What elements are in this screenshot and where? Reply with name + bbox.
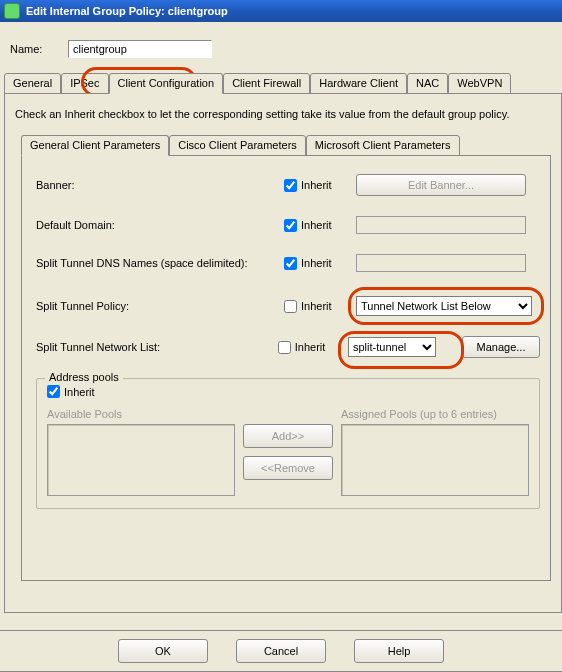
inherit-label: Inherit bbox=[301, 179, 332, 191]
window-title: Edit Internal Group Policy: clientgroup bbox=[26, 5, 228, 17]
split-dns-field bbox=[356, 254, 526, 272]
subtab-microsoft-client-parameters[interactable]: Microsoft Client Parameters bbox=[306, 135, 460, 156]
available-pools-list bbox=[47, 424, 235, 496]
name-label: Name: bbox=[10, 43, 68, 55]
split-tunnel-policy-label: Split Tunnel Policy: bbox=[36, 300, 284, 312]
split-tunnel-policy-inherit-checkbox[interactable] bbox=[284, 300, 297, 313]
address-pools-inherit-checkbox[interactable] bbox=[47, 385, 60, 398]
banner-inherit-checkbox[interactable] bbox=[284, 179, 297, 192]
address-pools-group: Address pools Inherit Available Pools bbox=[36, 378, 540, 509]
inherit-label: Inherit bbox=[301, 300, 332, 312]
add-pool-button: Add>> bbox=[243, 424, 333, 448]
default-domain-label: Default Domain: bbox=[36, 219, 284, 231]
available-pools-label: Available Pools bbox=[47, 408, 235, 420]
default-domain-field bbox=[356, 216, 526, 234]
inherit-label: Inherit bbox=[301, 219, 332, 231]
tab-general[interactable]: General bbox=[4, 73, 61, 94]
subtab-cisco-client-parameters[interactable]: Cisco Client Parameters bbox=[169, 135, 306, 156]
app-icon bbox=[4, 3, 20, 19]
cancel-button[interactable]: Cancel bbox=[236, 639, 326, 663]
ok-button[interactable]: OK bbox=[118, 639, 208, 663]
address-pools-title: Address pools bbox=[45, 371, 123, 383]
split-tunnel-network-list-inherit-checkbox[interactable] bbox=[278, 341, 291, 354]
inherit-label: Inherit bbox=[64, 386, 95, 398]
help-button[interactable]: Help bbox=[354, 639, 444, 663]
default-domain-inherit-checkbox[interactable] bbox=[284, 219, 297, 232]
name-input[interactable] bbox=[68, 40, 212, 58]
title-bar: Edit Internal Group Policy: clientgroup bbox=[0, 0, 562, 22]
inherit-label: Inherit bbox=[301, 257, 332, 269]
assigned-pools-label: Assigned Pools (up to 6 entries) bbox=[341, 408, 529, 420]
remove-pool-button: <<Remove bbox=[243, 456, 333, 480]
instruction-text: Check an Inherit checkbox to let the cor… bbox=[15, 108, 551, 120]
dialog-button-bar: OK Cancel Help bbox=[0, 630, 562, 672]
split-dns-label: Split Tunnel DNS Names (space delimited)… bbox=[36, 257, 284, 269]
split-dns-inherit-checkbox[interactable] bbox=[284, 257, 297, 270]
edit-banner-button: Edit Banner... bbox=[356, 174, 526, 196]
tab-client-configuration[interactable]: Client Configuration bbox=[109, 73, 224, 94]
tab-client-firewall[interactable]: Client Firewall bbox=[223, 73, 310, 94]
assigned-pools-list bbox=[341, 424, 529, 496]
tab-hardware-client[interactable]: Hardware Client bbox=[310, 73, 407, 94]
manage-button[interactable]: Manage... bbox=[462, 336, 540, 358]
banner-label: Banner: bbox=[36, 179, 284, 191]
split-tunnel-network-list-select[interactable]: split-tunnel bbox=[348, 337, 436, 357]
inherit-label: Inherit bbox=[295, 341, 326, 353]
tab-ipsec[interactable]: IPSec bbox=[61, 73, 108, 94]
tab-nac[interactable]: NAC bbox=[407, 73, 448, 94]
split-tunnel-policy-select[interactable]: Tunnel Network List Below bbox=[356, 296, 532, 316]
split-tunnel-network-list-label: Split Tunnel Network List: bbox=[36, 341, 278, 353]
subtab-general-client-parameters[interactable]: General Client Parameters bbox=[21, 135, 169, 156]
tab-webvpn[interactable]: WebVPN bbox=[448, 73, 511, 94]
